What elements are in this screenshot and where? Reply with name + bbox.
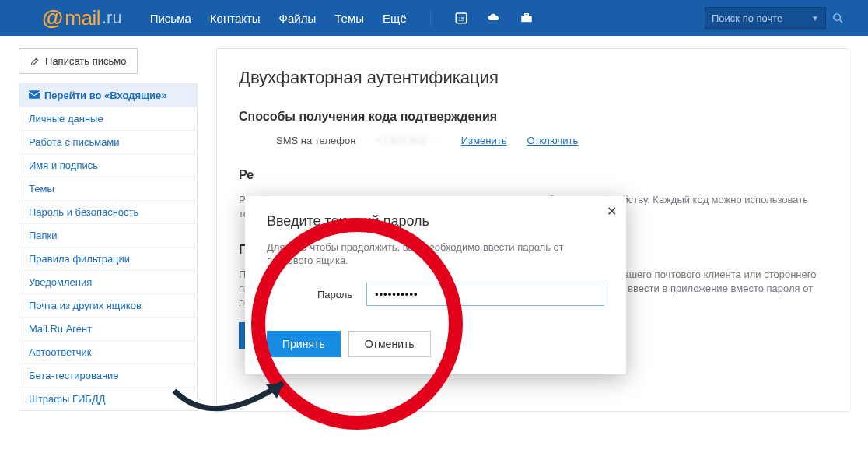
- password-input[interactable]: [366, 283, 604, 306]
- accept-button[interactable]: Принять: [267, 331, 341, 357]
- modal-title: Введите текущий пароль: [267, 213, 604, 230]
- password-modal: ✕ Введите текущий пароль Для того чтобы …: [245, 196, 626, 374]
- nav-files[interactable]: Файлы: [279, 12, 317, 25]
- sidebar-list: Перейти во «Входящие»Личные данныеРабота…: [19, 83, 198, 411]
- svg-text:15: 15: [458, 16, 464, 22]
- search-dropdown-icon[interactable]: ▼: [811, 14, 819, 23]
- sidebar-item-label: Бета-тестирование: [29, 370, 119, 381]
- page-title: Двухфакторная аутентификация: [239, 68, 827, 88]
- svg-line-5: [839, 19, 842, 23]
- sidebar-item-label: Пароль и безопасность: [29, 206, 138, 218]
- top-header: @ mail .ru Письма Контакты Файлы Темы Ещ…: [0, 0, 868, 36]
- svg-rect-6: [29, 90, 40, 99]
- method-phone-masked: +7 927 819 ····: [376, 135, 440, 146]
- nav-themes[interactable]: Темы: [334, 12, 364, 25]
- sidebar-item-label: Перейти во «Входящие»: [44, 90, 166, 101]
- sidebar-item-label: Имя и подпись: [29, 160, 98, 171]
- sidebar-item-7[interactable]: Правила фильтрации: [19, 247, 197, 270]
- sidebar-item-2[interactable]: Работа с письмами: [19, 130, 197, 153]
- sidebar-item-11[interactable]: Автоответчик: [19, 340, 197, 363]
- method-disable-link[interactable]: Отключить: [527, 135, 578, 146]
- search-area: Поиск по почте ▼: [705, 7, 849, 29]
- sidebar-item-label: Личные данные: [29, 113, 103, 125]
- sidebar-item-label: Темы: [29, 183, 54, 195]
- nav-separator: [430, 9, 431, 26]
- method-kind: SMS на телефон: [276, 135, 355, 146]
- methods-heading: Способы получения кода подтверждения: [239, 110, 827, 124]
- compose-label: Написать письмо: [45, 55, 126, 67]
- compose-button[interactable]: Написать письмо: [19, 48, 138, 74]
- calendar-icon[interactable]: 15: [454, 11, 468, 25]
- sidebar-item-label: Почта из других ящиков: [29, 300, 142, 311]
- sidebar-item-label: Автоответчик: [29, 346, 91, 358]
- compose-icon: [30, 56, 40, 66]
- close-icon: ✕: [607, 205, 617, 218]
- sidebar-item-1[interactable]: Личные данные: [19, 107, 197, 130]
- modal-description: Для того чтобы продолжить, вам необходим…: [267, 241, 604, 267]
- sidebar-item-12[interactable]: Бета-тестирование: [19, 363, 197, 387]
- password-row: Пароль: [267, 283, 604, 306]
- logo[interactable]: @ mail .ru: [42, 5, 122, 30]
- sidebar-item-6[interactable]: Папки: [19, 223, 197, 247]
- cancel-button[interactable]: Отменить: [348, 331, 431, 357]
- sidebar-item-label: Папки: [29, 230, 58, 241]
- nav-more[interactable]: Ещё: [383, 12, 407, 25]
- svg-point-4: [833, 13, 840, 19]
- password-label: Пароль: [267, 289, 352, 300]
- method-change-link[interactable]: Изменить: [461, 135, 507, 146]
- modal-actions: Принять Отменить: [267, 331, 604, 357]
- sidebar-item-5[interactable]: Пароль и безопасность: [19, 200, 197, 223]
- modal-close-button[interactable]: ✕: [607, 204, 617, 219]
- svg-rect-3: [525, 14, 529, 16]
- search-placeholder: Поиск по почте: [712, 12, 782, 24]
- logo-ru: .ru: [102, 8, 122, 28]
- sidebar-item-13[interactable]: Штрафы ГИБДД: [19, 387, 197, 410]
- sidebar-item-4[interactable]: Темы: [19, 177, 197, 200]
- sidebar-item-label: Работа с письмами: [29, 136, 120, 148]
- top-nav: Письма Контакты Файлы Темы Ещё 15: [150, 0, 534, 36]
- method-row: SMS на телефон +7 927 819 ···· Изменить …: [239, 135, 827, 146]
- search-input[interactable]: Поиск по почте ▼: [705, 7, 826, 29]
- sidebar-item-label: Правила фильтрации: [29, 253, 130, 265]
- nav-mail[interactable]: Письма: [150, 12, 191, 25]
- briefcase-icon[interactable]: [520, 11, 534, 25]
- sidebar-item-9[interactable]: Почта из других ящиков: [19, 293, 197, 317]
- logo-at-icon: @: [42, 5, 63, 30]
- logo-text: mail: [65, 6, 100, 30]
- cloud-icon[interactable]: [487, 11, 501, 25]
- backup-heading: Ре: [239, 168, 827, 182]
- sidebar-item-0[interactable]: Перейти во «Входящие»: [19, 84, 197, 107]
- search-icon: [831, 12, 845, 25]
- sidebar-item-3[interactable]: Имя и подпись: [19, 153, 197, 177]
- sidebar-item-label: Уведомления: [29, 276, 92, 288]
- inbox-icon: [29, 90, 40, 101]
- sidebar-item-8[interactable]: Уведомления: [19, 270, 197, 293]
- svg-rect-2: [521, 16, 532, 22]
- sidebar-item-label: Mail.Ru Агент: [29, 323, 92, 335]
- sidebar-item-label: Штрафы ГИБДД: [29, 393, 106, 405]
- sidebar: Написать письмо Перейти во «Входящие»Лич…: [19, 48, 198, 412]
- search-button[interactable]: [826, 7, 849, 29]
- nav-contacts[interactable]: Контакты: [210, 12, 261, 25]
- sidebar-item-10[interactable]: Mail.Ru Агент: [19, 317, 197, 340]
